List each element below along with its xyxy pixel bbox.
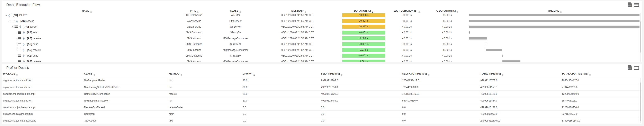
- timestamp-cell: 05/01/2020 08:41:58 AM CDT: [255, 60, 340, 62]
- profiler-row[interactable]: org.apache.tomcat.util.threads TaskQueue…: [2, 118, 642, 124]
- type-cell: Java:Service: [172, 20, 216, 22]
- wait-duration-cell: <0.001 s: [387, 14, 427, 16]
- class-cell: WsFilter: [216, 14, 255, 16]
- sort-icon: [180, 74, 182, 76]
- profiler-column-header[interactable]: CLASS: [84, 72, 169, 76]
- method-name: doPost: [30, 25, 37, 28]
- self-cpu-time-cell: 7704499203.0: [402, 86, 480, 89]
- timestamp-cell: 05/01/2020 08:41:58 AM CDT: [255, 54, 340, 57]
- execution-flow-row[interactable]: [AS] send JMS:Outbound $Proxy59 05/01/20…: [2, 41, 642, 47]
- cpu-cell: 20.0: [243, 86, 321, 89]
- total-cpu-time-cell: 12289888750.0: [562, 93, 642, 95]
- timeline-bar: [469, 25, 640, 28]
- execution-flow-row[interactable]: [AS] send JMS:Outbound $Proxy59 05/01/20…: [2, 30, 642, 35]
- sort-icon: [428, 74, 430, 76]
- java-icon: [16, 20, 18, 22]
- export-csv-icon[interactable]: CSV: [628, 65, 632, 70]
- duration-cell: 10.327 s: [340, 19, 387, 23]
- total-cpu-time-cell: 20564858417.0: [562, 79, 642, 82]
- flow-scrollbar-thumb[interactable]: [640, 21, 641, 52]
- profiler-column-header[interactable]: TOTAL TIME (MS): [480, 72, 562, 76]
- profiler-rows: org.apache.tomcat.util.net NioEndpoint$P…: [2, 77, 642, 124]
- duration-cell: <0.001 s: [340, 54, 387, 58]
- self-cpu-time-cell: 20564858417.0: [402, 79, 480, 82]
- execution-flow-row[interactable]: [AS] receive JMS:Inbound MQMessageConsum…: [2, 35, 642, 41]
- sort-icon: [16, 74, 18, 76]
- class-cell: MQMessageConsumer: [216, 60, 255, 62]
- type-cell: JMS:Outbound: [172, 43, 216, 46]
- total-time-cell: 99999216707.0: [480, 79, 562, 82]
- class-cell: Bootstrap: [84, 113, 169, 115]
- execution-flow-row[interactable]: [AS] doFilter HTTP:Inbound WsFilter 05/0…: [2, 12, 642, 18]
- profiler-column-header[interactable]: METHOD: [169, 72, 243, 76]
- execution-flow-row[interactable]: [AS] service Java:Service HttpServlet 05…: [2, 18, 642, 24]
- class-cell: NioBlockingSelector$BlockPoller: [84, 86, 169, 89]
- sort-icon: [253, 74, 255, 76]
- execution-flow-row[interactable]: [AS] receive JMS:Inbound MQMessageConsum…: [2, 47, 642, 53]
- duration-cell: <0.001 s: [340, 31, 387, 34]
- profiler-column-header[interactable]: PACKAGE: [3, 72, 84, 76]
- self-cpu-time-cell: 0.0: [402, 113, 480, 115]
- profiler-scrollbar-thumb[interactable]: [640, 83, 641, 121]
- export-csv-icon[interactable]: CSV: [628, 2, 632, 7]
- io-duration-cell: <0.001 s: [427, 25, 467, 28]
- io-duration-cell: <0.001 s: [427, 60, 467, 62]
- class-cell: MQMessageConsumer: [216, 37, 255, 40]
- io-duration-cell: <0.001 s: [427, 49, 467, 51]
- profiler-row[interactable]: org.apache.catalina.startup Bootstrap ma…: [2, 111, 642, 118]
- profiler-row[interactable]: org.apache.tomcat.util.net NioEndpoint$A…: [2, 97, 642, 104]
- menu-icon[interactable]: [18, 49, 21, 51]
- total-time-cell: 49999616128.0: [480, 93, 562, 95]
- class-cell: NioEndpoint$Poller: [84, 79, 169, 82]
- total-time-cell: 49999611956.0: [480, 86, 562, 89]
- menu-icon[interactable]: [18, 43, 21, 45]
- timeline-bar: [486, 43, 486, 45]
- method-name: send: [33, 43, 38, 46]
- timestamp-cell: 05/01/2020 08:41:57 AM CDT: [255, 49, 340, 51]
- package-cell: com.ibm.mq.jmqi.remote.impl: [3, 106, 84, 109]
- profiler-column-header[interactable]: TOTAL CPU TIME (MS): [562, 72, 642, 76]
- profiler-column-header[interactable]: SELF CPU TIME (MS): [402, 72, 480, 76]
- chevron-up-icon[interactable]: [8, 20, 10, 22]
- execution-flow-row[interactable]: [AS] doPost Java:Service WSServlet 05/01…: [2, 24, 642, 30]
- profiler-row[interactable]: org.apache.tomcat.util.net NioBlockingSe…: [2, 84, 642, 91]
- wait-duration-cell: <0.001 s: [387, 37, 427, 40]
- method-name: service: [26, 20, 34, 22]
- timeline-bar: [486, 49, 502, 51]
- timeline-bar: [469, 14, 640, 16]
- timestamp-cell: 05/01/2020 08:41:56 AM CDT: [255, 25, 340, 28]
- profiler-row[interactable]: com.ibm.mq.jmqi.remote.impl RemoteRcvThr…: [2, 104, 642, 111]
- execution-flow-row[interactable]: [AS] send JMS:Outbound $Proxy59 05/01/20…: [2, 53, 642, 59]
- self-cpu-time-cell: 5574006116.0: [402, 99, 480, 102]
- profiler-header: PACKAGECLASSMETHODCPU (%)SELF TIME (MS)S…: [2, 71, 642, 77]
- timestamp-cell: 05/01/2020 08:41:56 AM CDT: [255, 37, 340, 40]
- profiler-row[interactable]: org.apache.tomcat.util.net NioEndpoint$P…: [2, 77, 642, 84]
- duration-cell: 1.081 s: [340, 60, 387, 62]
- package-cell: org.apache.tomcat.util.threads: [3, 119, 84, 122]
- execution-flow-row[interactable]: [AS] receive JMS:Inbound MQMessageConsum…: [2, 59, 642, 62]
- open-window-icon[interactable]: [634, 66, 639, 70]
- menu-icon[interactable]: [11, 20, 14, 22]
- chevron-up-icon[interactable]: [11, 26, 14, 27]
- menu-icon[interactable]: [18, 60, 21, 62]
- chevron-up-icon[interactable]: [5, 14, 7, 16]
- timeline-bar: [502, 55, 503, 57]
- duration-badge: 1.081 s: [342, 60, 385, 62]
- timestamp-cell: 05/01/2020 08:41:56 AM CDT: [255, 20, 340, 22]
- menu-icon[interactable]: [14, 25, 18, 28]
- profiler-column-header[interactable]: SELF TIME (MS): [321, 72, 402, 76]
- menu-icon[interactable]: [18, 37, 21, 39]
- open-window-icon[interactable]: [634, 3, 639, 7]
- type-cell: JMS:Inbound: [172, 37, 216, 40]
- menu-icon[interactable]: [18, 55, 21, 57]
- type-cell: JMS:Inbound: [172, 60, 216, 62]
- as-prefix: [AS]: [13, 14, 18, 16]
- wait-duration-cell: <0.001 s: [387, 20, 427, 22]
- profiler-column-header[interactable]: CPU (%): [243, 72, 321, 76]
- class-cell: $Proxy59: [216, 31, 255, 34]
- profiler-row[interactable]: com.ibm.mq.jmqi.remote.impl RemoteTCPCon…: [2, 91, 642, 97]
- total-time-cell: 2499989128064.0: [480, 119, 562, 122]
- menu-icon[interactable]: [18, 31, 21, 34]
- method-cell: run: [169, 86, 243, 89]
- method-cell: receive: [169, 93, 243, 95]
